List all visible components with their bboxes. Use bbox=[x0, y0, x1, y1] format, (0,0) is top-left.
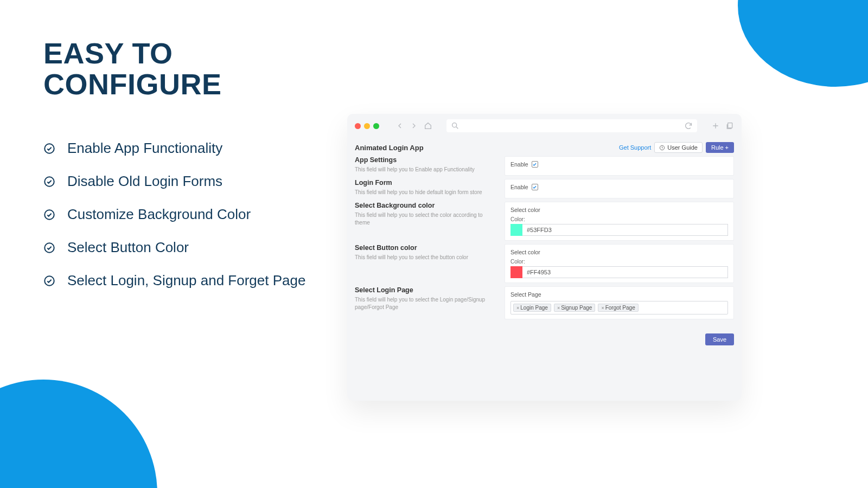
color-sublabel: Color: bbox=[510, 259, 728, 265]
app-title: Animated Login App bbox=[355, 144, 424, 152]
svg-point-5 bbox=[452, 123, 457, 127]
section-title: Select Background color bbox=[355, 202, 497, 209]
enable-label: Enable bbox=[510, 184, 528, 190]
feature-label: Disable Old Login Forms bbox=[67, 173, 222, 190]
tag-label: Forgot Page bbox=[605, 305, 635, 311]
section-help: This field will help you to select the c… bbox=[355, 211, 497, 227]
enable-app-checkbox[interactable] bbox=[532, 161, 538, 168]
remove-tag-icon[interactable]: × bbox=[557, 305, 560, 311]
check-circle-icon bbox=[43, 209, 55, 221]
plus-icon[interactable] bbox=[711, 121, 720, 130]
clock-icon bbox=[659, 145, 665, 151]
browser-chrome bbox=[347, 114, 742, 138]
remove-tag-icon[interactable]: × bbox=[601, 305, 604, 311]
home-icon[interactable] bbox=[424, 121, 432, 130]
section-title: Select Button color bbox=[355, 244, 497, 252]
marketing-column: EASY TO CONFIGURE Enable App Functionali… bbox=[43, 38, 347, 305]
bg-color-swatch[interactable] bbox=[510, 224, 522, 236]
feature-label: Customize Background Color bbox=[67, 206, 251, 223]
feature-item: Disable Old Login Forms bbox=[43, 173, 347, 190]
user-guide-label: User Guide bbox=[667, 144, 698, 151]
row-background-color: Select Background color This field will … bbox=[355, 202, 734, 241]
search-icon bbox=[451, 121, 459, 130]
feature-label: Enable App Functionality bbox=[67, 140, 222, 157]
tag-login-page[interactable]: ×Login Page bbox=[513, 304, 551, 312]
minimize-dot-icon[interactable] bbox=[364, 123, 370, 129]
reload-icon[interactable] bbox=[684, 121, 693, 130]
panel-label: Select color bbox=[510, 249, 540, 255]
section-help: This field will help you to select the b… bbox=[355, 254, 497, 261]
color-sublabel: Color: bbox=[510, 216, 728, 222]
section-title: Select Login Page bbox=[355, 286, 497, 294]
feature-item: Select Login, Signup and Forget Page bbox=[43, 272, 347, 289]
check-circle-icon bbox=[43, 143, 55, 155]
page-title: EASY TO CONFIGURE bbox=[43, 38, 347, 99]
tag-forgot-page[interactable]: ×Forgot Page bbox=[598, 304, 638, 312]
btn-color-swatch[interactable] bbox=[510, 266, 522, 278]
enable-loginform-checkbox[interactable] bbox=[532, 184, 538, 190]
check-circle-icon bbox=[43, 242, 55, 254]
row-login-page: Select Login Page This field will help y… bbox=[355, 286, 734, 319]
btn-color-input[interactable]: #FF4953 bbox=[522, 266, 728, 278]
rule-label: Rule bbox=[711, 144, 724, 151]
forward-icon[interactable] bbox=[410, 121, 418, 130]
rule-button[interactable]: Rule + bbox=[706, 142, 734, 153]
row-button-color: Select Button color This field will help… bbox=[355, 244, 734, 283]
plus-small-icon: + bbox=[725, 144, 729, 151]
check-circle-icon bbox=[43, 275, 55, 287]
feature-label: Select Button Color bbox=[67, 239, 189, 256]
section-help: This field will help you to Enable app F… bbox=[355, 166, 497, 174]
close-dot-icon[interactable] bbox=[355, 123, 361, 129]
feature-item: Enable App Functionality bbox=[43, 140, 347, 157]
check-circle-icon bbox=[43, 176, 55, 188]
save-bar: Save bbox=[347, 333, 742, 345]
panel-label: Select Page bbox=[510, 291, 541, 298]
decorative-blob-bottom-left bbox=[0, 380, 157, 488]
section-title: Login Form bbox=[355, 179, 497, 187]
app-topbar: Animated Login App Get Support User Guid… bbox=[347, 138, 742, 156]
panel-label: Select color bbox=[510, 207, 540, 213]
remove-tag-icon[interactable]: × bbox=[516, 305, 519, 311]
page-multiselect[interactable]: ×Login Page ×Signup Page ×Forgot Page bbox=[510, 301, 728, 314]
feature-label: Select Login, Signup and Forget Page bbox=[67, 272, 305, 289]
tag-label: Login Page bbox=[520, 305, 548, 311]
window-controls bbox=[355, 123, 379, 129]
settings-body: App Settings This field will help you to… bbox=[347, 156, 742, 329]
url-bar[interactable] bbox=[446, 119, 697, 132]
feature-list: Enable App Functionality Disable Old Log… bbox=[43, 140, 347, 289]
back-icon[interactable] bbox=[395, 121, 404, 130]
user-guide-button[interactable]: User Guide bbox=[654, 142, 703, 153]
svg-rect-6 bbox=[728, 123, 732, 128]
decorative-blob-top-right bbox=[738, 0, 868, 87]
tag-signup-page[interactable]: ×Signup Page bbox=[554, 304, 596, 312]
bg-color-input[interactable]: #53FFD3 bbox=[522, 224, 728, 236]
save-button[interactable]: Save bbox=[705, 333, 734, 345]
section-title: App Settings bbox=[355, 156, 497, 164]
app-window: Animated Login App Get Support User Guid… bbox=[347, 114, 742, 401]
get-support-link[interactable]: Get Support bbox=[619, 144, 651, 151]
enable-label: Enable bbox=[510, 161, 528, 168]
tag-label: Signup Page bbox=[561, 305, 592, 311]
row-app-settings: App Settings This field will help you to… bbox=[355, 156, 734, 176]
section-help: This field will help you to select the L… bbox=[355, 296, 497, 311]
row-login-form: Login Form This field will help you to h… bbox=[355, 179, 734, 198]
feature-item: Select Button Color bbox=[43, 239, 347, 256]
section-help: This field will help you to hide default… bbox=[355, 189, 497, 196]
maximize-dot-icon[interactable] bbox=[373, 123, 379, 129]
feature-item: Customize Background Color bbox=[43, 206, 347, 223]
tabs-icon[interactable] bbox=[725, 121, 734, 130]
